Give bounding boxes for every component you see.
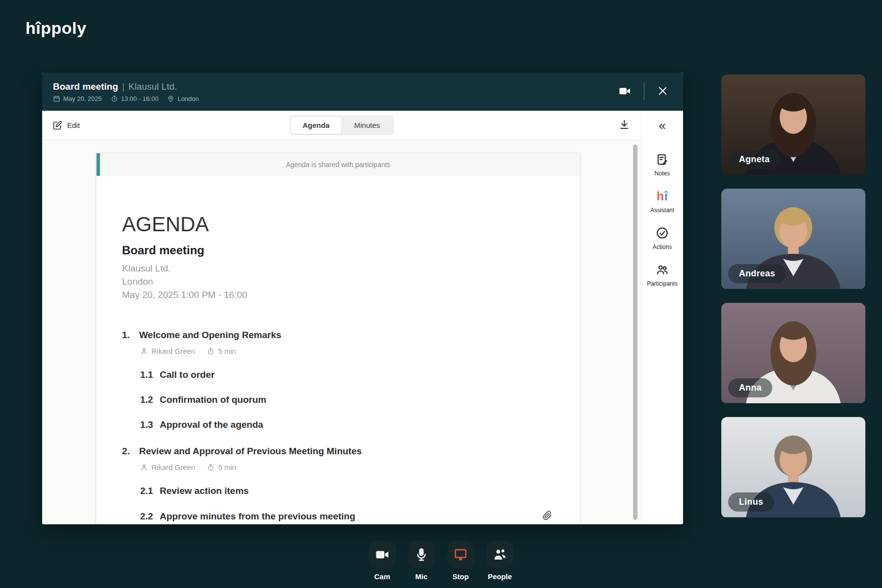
rail-tool-label: Assistant: [650, 207, 674, 214]
tab-minutes[interactable]: Minutes: [342, 117, 392, 134]
location-icon: [167, 95, 174, 102]
meeting-meta-item: May 20, 2025: [53, 95, 102, 102]
rail-tool-assistant[interactable]: hîAssistant: [650, 190, 674, 214]
agenda-subitem-number: 2.1: [140, 486, 160, 496]
meeting-meta-row: May 20, 202513:00 - 16:00London: [53, 95, 199, 102]
close-icon: [657, 85, 668, 97]
agenda-subitem-number: 1.2: [140, 394, 160, 405]
participant-tile-agneta[interactable]: Agneta: [721, 74, 865, 175]
participant-tile-anna[interactable]: Anna: [721, 303, 865, 404]
video-camera-icon: [375, 547, 390, 562]
rail-tool-actions[interactable]: Actions: [653, 226, 672, 250]
call-control-label: Mic: [415, 572, 427, 581]
tool-rail: « NoteshîAssistantActionsParticipants: [641, 111, 683, 524]
agenda-subitem-number: 2.2: [140, 511, 160, 522]
owner-name: Rikard Green: [151, 347, 195, 355]
rail-tool-label: Participants: [647, 280, 678, 287]
people-button[interactable]: [487, 541, 514, 568]
duration-value: 5 min: [218, 347, 236, 355]
attachment-button[interactable]: [542, 511, 552, 522]
document-location: London: [122, 275, 552, 288]
collapse-rail-button[interactable]: «: [641, 111, 683, 140]
stop-button[interactable]: [447, 541, 474, 568]
participants-icon: [656, 263, 669, 276]
agenda-item-list: 1.Welcome and Opening RemarksRikard Gree…: [122, 330, 552, 522]
tab-agenda[interactable]: Agenda: [291, 117, 342, 134]
participant-name: Anna: [728, 378, 772, 397]
meeting-meta-text: London: [177, 95, 198, 102]
meeting-app: { "app": { "logo": "hîppoly" }, "colors"…: [0, 0, 882, 588]
meeting-title-row: Board meeting|Klausul Ltd.: [53, 81, 199, 92]
meeting-meta-text: 13:00 - 16:00: [121, 95, 159, 102]
banner-accent-bar: [97, 153, 100, 176]
agenda-subitem: 1.1Call to order: [140, 369, 552, 380]
cam-button[interactable]: [369, 541, 396, 568]
person-icon: [140, 347, 148, 355]
participant-tile-andreas[interactable]: Andreas: [721, 189, 865, 290]
agenda-item-owner: Rikard Green: [140, 463, 195, 471]
duration-value: 5 min: [218, 463, 236, 471]
calendar-icon: [53, 95, 60, 102]
agenda-item: 1.Welcome and Opening RemarksRikard Gree…: [122, 330, 552, 430]
notes-icon: [656, 153, 669, 166]
meeting-meta-item: 13:00 - 16:00: [111, 95, 159, 102]
document-meeting-name: Board meeting: [122, 244, 552, 257]
close-button[interactable]: [656, 84, 669, 99]
edit-icon: [53, 121, 62, 130]
agenda-item-number: 2.: [122, 446, 139, 457]
mic-icon: [414, 547, 429, 562]
call-controls: CamMicStopPeople: [0, 541, 882, 581]
participant-name: Andreas: [728, 264, 786, 283]
agenda-item-title-row: 1.Welcome and Opening Remarks: [122, 330, 552, 341]
header-actions: [617, 83, 669, 100]
call-control-label: People: [488, 572, 512, 581]
document-tabs: AgendaMinutes: [289, 115, 394, 135]
app-logo: hîppoly: [25, 19, 86, 38]
document-viewport: Agenda is shared with participants AGEND…: [42, 140, 641, 524]
meeting-title: Board meeting: [53, 81, 118, 92]
paperclip-icon: [542, 511, 552, 520]
agenda-subitem-title: Call to order: [160, 369, 215, 380]
header-divider: [644, 83, 644, 100]
shared-banner: Agenda is shared with participants: [97, 153, 580, 176]
call-control-people: People: [487, 541, 514, 581]
agenda-item-meta: Rikard Green5 min: [140, 347, 552, 355]
agenda-item-title-row: 2.Review and Approval of Previous Meetin…: [122, 446, 552, 457]
title-separator: |: [122, 81, 124, 92]
actions-icon: [656, 226, 669, 240]
call-control-mic: Mic: [408, 541, 435, 581]
panel-header: Board meeting|Klausul Ltd. May 20, 20251…: [42, 73, 683, 111]
agenda-document: Agenda is shared with participants AGEND…: [97, 153, 580, 524]
meeting-meta-item: London: [167, 95, 198, 102]
agenda-subitem-title: Approval of the agenda: [160, 419, 263, 430]
rail-tool-notes[interactable]: Notes: [655, 153, 670, 177]
timer-icon: [207, 347, 215, 355]
document-scrollbar[interactable]: [633, 145, 637, 520]
mic-button[interactable]: [408, 541, 435, 568]
participant-name: Agneta: [728, 150, 781, 169]
edit-button[interactable]: Edit: [53, 121, 80, 130]
agenda-item: 2.Review and Approval of Previous Meetin…: [122, 446, 552, 522]
camera-button[interactable]: [617, 84, 632, 100]
meeting-info: Board meeting|Klausul Ltd. May 20, 20251…: [53, 81, 199, 102]
document-meta: Klausul Ltd. London May 20, 2025 1:00 PM…: [122, 262, 552, 301]
document-datetime: May 20, 2025 1:00 PM - 16:00: [122, 288, 552, 301]
participant-name: Linus: [728, 492, 774, 512]
agenda-subitem-title: Approve minutes from the previous meetin…: [160, 511, 355, 522]
agenda-subitem: 2.2Approve minutes from the previous mee…: [140, 511, 552, 522]
rail-tool-label: Actions: [653, 244, 672, 250]
participants-column: Agneta Andreas Anna Linus: [721, 74, 865, 518]
agenda-item-owner: Rikard Green: [140, 347, 195, 355]
person-icon: [140, 464, 148, 471]
rail-tool-participants[interactable]: Participants: [647, 263, 678, 287]
participant-tile-linus[interactable]: Linus: [721, 417, 865, 518]
agenda-item-duration: 5 min: [207, 347, 236, 355]
rail-tool-label: Notes: [655, 170, 670, 177]
meeting-meta-text: May 20, 2025: [63, 95, 102, 102]
agenda-subitem: 1.3Approval of the agenda: [140, 419, 552, 430]
agenda-subitem-title: Confirmation of quorum: [160, 394, 266, 405]
document-toolbar: Edit AgendaMinutes: [42, 111, 641, 140]
agenda-item-meta: Rikard Green5 min: [140, 463, 552, 471]
agenda-subitem-title: Review action items: [160, 486, 249, 496]
download-button[interactable]: [618, 119, 630, 132]
